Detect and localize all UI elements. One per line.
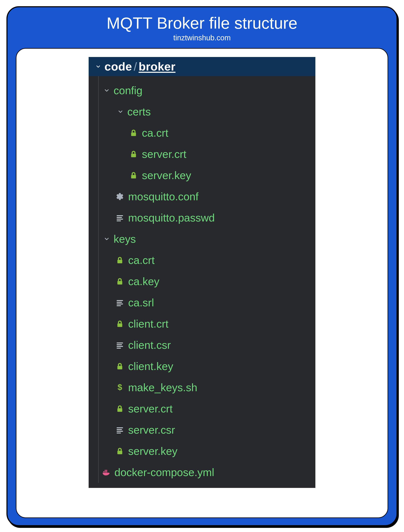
- lock-icon: [129, 171, 138, 179]
- file-mosquitto-conf[interactable]: mosquitto.conf: [89, 186, 315, 207]
- text-lines-icon: [116, 298, 124, 307]
- breadcrumb-root[interactable]: code: [104, 60, 132, 73]
- lock-icon: [116, 405, 124, 413]
- svg-text:$: $: [117, 383, 122, 392]
- file-tree: config certs ca.crt: [89, 76, 315, 488]
- chevron-down-icon: [115, 108, 126, 115]
- file-label: server.crt: [128, 402, 173, 415]
- file-client-csr[interactable]: client.csr: [89, 334, 315, 356]
- file-label: server.key: [128, 445, 177, 457]
- lock-icon: [129, 150, 138, 158]
- file-label: ca.crt: [142, 127, 168, 139]
- file-label: server.csr: [128, 424, 175, 436]
- svg-rect-18: [117, 366, 122, 369]
- text-lines-icon: [116, 214, 124, 222]
- file-label: docker-compose.yml: [115, 466, 214, 479]
- svg-rect-25: [117, 451, 122, 454]
- frame-title: MQTT Broker file structure: [16, 14, 388, 32]
- frame-subtitle: tinztwinshub.com: [16, 33, 388, 42]
- lock-icon: [116, 447, 124, 455]
- lock-icon: [129, 129, 138, 137]
- lock-icon: [116, 277, 124, 285]
- file-server-crt-2[interactable]: server.crt: [89, 398, 315, 419]
- dollar-icon: $: [116, 383, 124, 392]
- svg-rect-7: [117, 260, 122, 263]
- folder-certs[interactable]: certs: [89, 101, 315, 122]
- file-explorer: code / broker config certs: [89, 57, 315, 488]
- folder-label: keys: [114, 233, 136, 245]
- file-label: mosquitto.conf: [128, 190, 199, 203]
- svg-rect-2: [131, 175, 136, 178]
- lock-icon: [116, 320, 124, 328]
- breadcrumb-current[interactable]: broker: [139, 60, 175, 73]
- file-server-key[interactable]: server.key: [89, 165, 315, 186]
- svg-rect-13: [117, 323, 122, 327]
- file-label: mosquitto.passwd: [128, 211, 215, 224]
- chevron-down-icon: [95, 63, 102, 70]
- svg-rect-8: [117, 281, 122, 285]
- lock-icon: [116, 362, 124, 370]
- lock-icon: [116, 256, 124, 264]
- svg-rect-20: [117, 408, 122, 412]
- file-label: ca.srl: [128, 296, 154, 309]
- file-label: server.crt: [142, 148, 186, 160]
- file-mosquitto-passwd[interactable]: mosquitto.passwd: [89, 207, 315, 228]
- chevron-down-icon: [102, 87, 112, 94]
- docker-whale-icon: [102, 468, 110, 476]
- file-label: client.key: [128, 360, 173, 373]
- file-ca-crt[interactable]: ca.crt: [89, 122, 315, 144]
- file-make-keys-sh[interactable]: $ make_keys.sh: [89, 377, 315, 398]
- file-server-crt[interactable]: server.crt: [89, 144, 315, 165]
- file-label: client.csr: [128, 339, 171, 351]
- file-label: client.crt: [128, 317, 168, 330]
- file-label: server.key: [142, 169, 191, 182]
- file-label: ca.crt: [128, 254, 154, 266]
- outer-frame: MQTT Broker file structure tinztwinshub.…: [6, 6, 398, 526]
- file-label: ca.key: [128, 275, 159, 288]
- file-server-csr[interactable]: server.csr: [89, 419, 315, 441]
- file-server-key-2[interactable]: server.key: [89, 441, 315, 462]
- svg-rect-28: [106, 471, 107, 472]
- file-client-key[interactable]: client.key: [89, 356, 315, 377]
- text-lines-icon: [116, 341, 124, 349]
- file-ca-srl[interactable]: ca.srl: [89, 292, 315, 313]
- breadcrumb[interactable]: code / broker: [89, 57, 315, 76]
- gear-icon: [116, 192, 124, 201]
- folder-config[interactable]: config: [89, 80, 315, 101]
- file-ca-key[interactable]: ca.key: [89, 271, 315, 292]
- inner-panel: code / broker config certs: [16, 48, 388, 518]
- svg-rect-0: [131, 133, 136, 136]
- folder-keys[interactable]: keys: [89, 228, 315, 250]
- breadcrumb-separator: /: [134, 60, 137, 73]
- svg-rect-29: [105, 470, 106, 471]
- svg-rect-27: [105, 471, 106, 472]
- folder-label: config: [114, 84, 142, 97]
- file-client-crt[interactable]: client.crt: [89, 313, 315, 334]
- svg-rect-1: [131, 154, 136, 157]
- file-ca-crt-2[interactable]: ca.crt: [89, 250, 315, 271]
- file-label: make_keys.sh: [128, 381, 197, 394]
- file-docker-compose[interactable]: docker-compose.yml: [89, 462, 315, 483]
- svg-rect-30: [106, 470, 107, 471]
- text-lines-icon: [116, 426, 124, 434]
- chevron-down-icon: [102, 236, 112, 242]
- folder-label: certs: [127, 105, 151, 118]
- svg-rect-26: [103, 471, 104, 472]
